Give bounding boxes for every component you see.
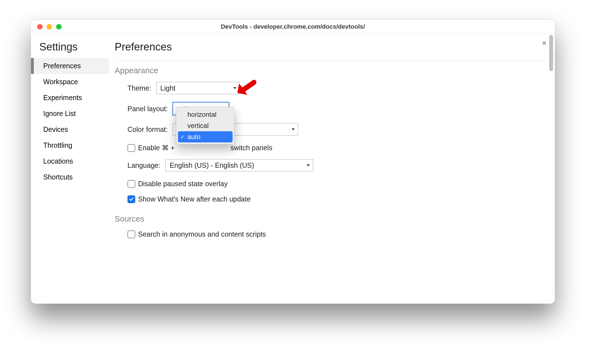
- sidebar-item-preferences[interactable]: Preferences: [31, 58, 109, 74]
- check-icon: ✓: [180, 134, 185, 140]
- sidebar-item-label: Preferences: [43, 62, 81, 70]
- theme-row: Theme: Light: [127, 82, 549, 94]
- language-select[interactable]: English (US) - English (US): [165, 159, 313, 171]
- theme-value: Light: [160, 84, 175, 92]
- language-row: Language: English (US) - English (US): [127, 159, 549, 171]
- sidebar-item-label: Devices: [43, 125, 68, 133]
- chevron-down-icon: [306, 164, 310, 167]
- page-title: Preferences: [115, 41, 549, 53]
- sidebar-item-experiments[interactable]: Experiments: [31, 90, 109, 106]
- window-controls: [31, 24, 62, 30]
- sidebar-item-throttling[interactable]: Throttling: [31, 137, 109, 153]
- section-sources-heading: Sources: [115, 214, 549, 224]
- panel-layout-option-auto[interactable]: ✓ auto: [178, 131, 233, 142]
- devtools-window: DevTools - developer.chrome.com/docs/dev…: [31, 20, 555, 304]
- search-anon-row: Search in anonymous and content scripts: [127, 230, 549, 238]
- settings-content: × Settings Preferences Workspace Experim…: [31, 34, 555, 304]
- enable-shortcut-row: Enable ⌘ + switch panels: [127, 144, 549, 152]
- window-titlebar: DevTools - developer.chrome.com/docs/dev…: [31, 20, 555, 34]
- sidebar-item-label: Experiments: [43, 94, 82, 101]
- sidebar-item-label: Locations: [43, 157, 73, 165]
- close-icon: ×: [542, 39, 546, 48]
- settings-sidebar: Settings Preferences Workspace Experimen…: [31, 34, 109, 304]
- divider: [115, 61, 549, 61]
- close-window-button[interactable]: [37, 24, 43, 30]
- section-appearance-heading: Appearance: [115, 66, 549, 75]
- option-label: horizontal: [187, 111, 216, 118]
- sidebar-item-devices[interactable]: Devices: [31, 122, 109, 137]
- sidebar-item-label: Workspace: [43, 78, 78, 86]
- sidebar-item-ignore-list[interactable]: Ignore List: [31, 106, 109, 122]
- enable-shortcut-label-suffix: switch panels: [230, 144, 272, 152]
- panel-layout-label: Panel layout:: [127, 105, 168, 113]
- search-anon-label: Search in anonymous and content scripts: [138, 230, 266, 238]
- chevron-down-icon: [291, 128, 295, 131]
- color-format-label: Color format:: [127, 125, 168, 134]
- show-whats-new-row: Show What's New after each update: [127, 195, 549, 203]
- language-value: English (US) - English (US): [170, 161, 254, 169]
- option-label: auto: [187, 133, 201, 140]
- show-whats-new-checkbox[interactable]: [127, 195, 135, 203]
- window-title: DevTools - developer.chrome.com/docs/dev…: [31, 23, 555, 30]
- sidebar-item-locations[interactable]: Locations: [31, 153, 109, 169]
- sidebar-item-workspace[interactable]: Workspace: [31, 74, 109, 90]
- panel-layout-option-horizontal[interactable]: horizontal: [178, 109, 233, 120]
- maximize-window-button[interactable]: [56, 24, 62, 30]
- sidebar-item-label: Shortcuts: [43, 173, 73, 181]
- chevron-down-icon: [233, 87, 237, 89]
- disable-paused-row: Disable paused state overlay: [127, 180, 549, 188]
- settings-heading: Settings: [31, 41, 109, 58]
- search-anon-checkbox[interactable]: [127, 230, 135, 238]
- sidebar-item-shortcuts[interactable]: Shortcuts: [31, 169, 109, 185]
- theme-label: Theme:: [127, 84, 151, 92]
- disable-paused-label: Disable paused state overlay: [138, 180, 228, 188]
- disable-paused-checkbox[interactable]: [127, 180, 135, 188]
- show-whats-new-label: Show What's New after each update: [138, 195, 251, 203]
- language-label: Language:: [127, 161, 160, 169]
- scrollbar-thumb[interactable]: [549, 35, 553, 71]
- panel-layout-dropdown: horizontal vertical ✓ auto: [176, 107, 235, 144]
- enable-shortcut-label-prefix: Enable ⌘ +: [138, 144, 175, 152]
- close-settings-button[interactable]: ×: [540, 39, 549, 48]
- enable-shortcut-checkbox[interactable]: [127, 144, 135, 152]
- panel-layout-option-vertical[interactable]: vertical: [178, 120, 233, 131]
- sidebar-item-label: Throttling: [43, 141, 72, 149]
- preferences-panel: Preferences Appearance Theme: Light Pane…: [109, 34, 555, 304]
- minimize-window-button[interactable]: [47, 24, 52, 30]
- sidebar-item-label: Ignore List: [43, 110, 76, 117]
- theme-select[interactable]: Light: [156, 82, 240, 94]
- option-label: vertical: [187, 122, 209, 129]
